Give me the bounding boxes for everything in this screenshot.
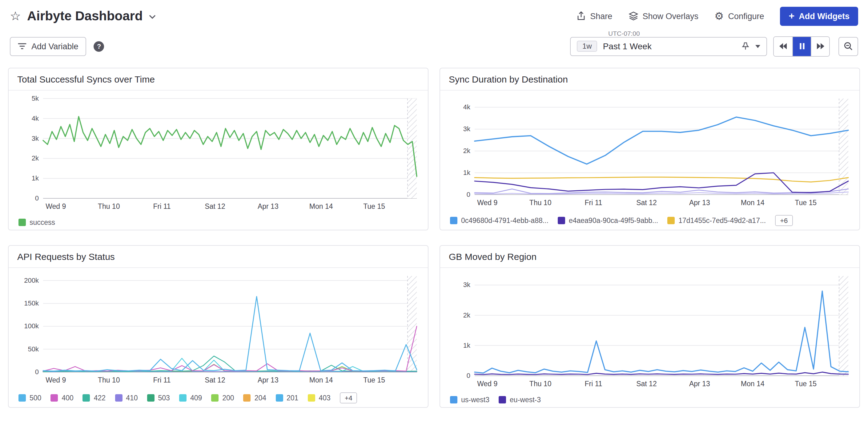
legend-item[interactable]: 0c49680d-4791-4ebb-a88...	[450, 217, 549, 224]
legend-swatch-icon	[115, 394, 122, 402]
svg-text:Apr 13: Apr 13	[258, 202, 279, 210]
favorite-star-icon[interactable]: ☆	[10, 10, 21, 22]
widget-header: API Requests by Status	[9, 246, 428, 268]
widget-gb-moved: GB Moved by Region 01k2k3kWed 9Thu 10Fri…	[439, 245, 860, 408]
svg-text:Fri 11: Fri 11	[585, 380, 602, 388]
time-forward-button[interactable]	[811, 37, 829, 56]
legend-item[interactable]: 201	[276, 394, 298, 402]
legend-label: us-west3	[461, 396, 489, 403]
help-icon[interactable]: ?	[94, 41, 104, 52]
legend-item[interactable]: 200	[211, 394, 234, 402]
svg-text:Wed 9: Wed 9	[477, 199, 497, 207]
zoom-out-button[interactable]	[838, 37, 858, 56]
gear-icon: ⚙	[714, 11, 724, 21]
svg-text:Thu 10: Thu 10	[98, 376, 120, 384]
add-widgets-button[interactable]: + Add Widgets	[780, 6, 858, 26]
add-widgets-label: Add Widgets	[799, 11, 849, 21]
dashboard-app: ☆ Airbyte Dashboard Share	[0, 0, 868, 425]
add-variable-label: Add Variable	[31, 41, 79, 51]
time-range-selector[interactable]: 1w Past 1 Week	[570, 37, 767, 56]
legend-swatch-icon	[147, 394, 155, 402]
svg-text:3k: 3k	[463, 281, 471, 289]
toolbar: Add Variable ? UTC-07:00 1w Past 1 Week	[0, 32, 868, 60]
show-overlays-button[interactable]: Show Overlays	[628, 11, 699, 21]
time-range-caret-icon[interactable]	[755, 44, 760, 48]
svg-text:Thu 10: Thu 10	[529, 199, 552, 207]
line-chart[interactable]: 01k2k3k4k5kWed 9Thu 10Fri 11Sat 12Apr 13…	[15, 93, 422, 216]
legend-item[interactable]: 500	[19, 394, 41, 402]
legend-label: 201	[286, 394, 298, 402]
legend-label: 503	[158, 394, 170, 402]
legend-item[interactable]: 17d1455c-7ed5-49d2-a17...	[667, 217, 766, 224]
legend-more-badge[interactable]: +4	[340, 392, 358, 403]
svg-text:Apr 13: Apr 13	[258, 376, 279, 384]
svg-text:Mon 14: Mon 14	[309, 202, 333, 210]
svg-text:Sat 12: Sat 12	[205, 376, 225, 384]
svg-text:150k: 150k	[24, 299, 39, 307]
svg-text:Tue 15: Tue 15	[363, 376, 385, 384]
svg-text:Tue 15: Tue 15	[795, 199, 816, 207]
svg-text:Tue 15: Tue 15	[795, 380, 816, 388]
widgets-grid: Total Successful Syncs over Time 01k2k3k…	[0, 60, 868, 408]
svg-text:Mon 14: Mon 14	[741, 380, 765, 388]
configure-button[interactable]: ⚙ Configure	[714, 11, 764, 21]
legend-item[interactable]: 409	[179, 394, 202, 402]
svg-text:0: 0	[35, 194, 39, 202]
svg-text:50k: 50k	[28, 345, 39, 353]
line-chart[interactable]: 050k100k150k200kWed 9Thu 10Fri 11Sat 12A…	[15, 270, 422, 389]
legend-more-badge[interactable]: +6	[775, 215, 793, 226]
svg-text:0: 0	[467, 191, 470, 198]
pin-icon[interactable]	[741, 42, 750, 51]
widget-sync-duration: Sync Duration by Destination 01k2k3k4kWe…	[439, 68, 860, 230]
legend-item[interactable]: 503	[147, 394, 170, 402]
title-chevron-down-icon[interactable]	[149, 15, 156, 19]
svg-text:5k: 5k	[32, 95, 39, 102]
widget-header: Sync Duration by Destination	[440, 68, 859, 91]
svg-text:Sat 12: Sat 12	[636, 199, 657, 207]
legend-item[interactable]: us-west3	[450, 396, 489, 403]
svg-text:Fri 11: Fri 11	[153, 376, 171, 384]
legend-swatch-icon	[51, 394, 58, 402]
legend-item[interactable]: eu-west-3	[499, 396, 541, 403]
legend-swatch-icon	[276, 394, 283, 402]
svg-text:4k: 4k	[32, 115, 39, 122]
legend-label: 500	[30, 394, 41, 402]
plus-icon: +	[789, 11, 795, 21]
svg-text:Sat 12: Sat 12	[205, 202, 225, 210]
legend-item[interactable]: 204	[244, 394, 266, 402]
legend-item[interactable]: success	[19, 219, 55, 226]
legend-swatch-icon	[308, 394, 315, 402]
share-button[interactable]: Share	[576, 11, 612, 21]
widget-header: GB Moved by Region	[440, 246, 859, 268]
svg-text:Wed 9: Wed 9	[477, 380, 497, 388]
line-chart[interactable]: 01k2k3k4kWed 9Thu 10Fri 11Sat 12Apr 13Mo…	[446, 93, 853, 212]
legend-item[interactable]: e4aea90a-90ca-49f5-9abb...	[558, 217, 658, 224]
svg-text:0: 0	[35, 368, 39, 376]
svg-text:1k: 1k	[32, 174, 39, 182]
page-title: Airbyte Dashboard	[27, 9, 143, 23]
time-nav-group	[773, 36, 830, 56]
share-label: Share	[590, 11, 612, 21]
legend-item[interactable]: 403	[308, 394, 330, 402]
svg-text:Thu 10: Thu 10	[98, 202, 120, 210]
widget-total-successful-syncs: Total Successful Syncs over Time 01k2k3k…	[8, 68, 429, 230]
svg-text:4k: 4k	[463, 103, 471, 111]
top-bar: ☆ Airbyte Dashboard Share	[0, 0, 868, 32]
legend-label: 410	[126, 394, 137, 402]
svg-text:1k: 1k	[463, 169, 471, 177]
time-pause-button[interactable]	[792, 37, 811, 56]
svg-text:Thu 10: Thu 10	[529, 380, 552, 388]
add-variable-button[interactable]: Add Variable	[10, 37, 87, 56]
toolbar-left: Add Variable ?	[10, 37, 104, 56]
legend-item[interactable]: 422	[83, 394, 105, 402]
widget-title: GB Moved by Region	[449, 251, 536, 262]
legend-swatch-icon	[19, 394, 26, 402]
svg-text:Fri 11: Fri 11	[153, 202, 171, 210]
legend-item[interactable]: 400	[51, 394, 73, 402]
svg-text:1k: 1k	[463, 341, 471, 349]
legend-item[interactable]: 410	[115, 394, 137, 402]
line-chart[interactable]: 01k2k3kWed 9Thu 10Fri 11Sat 12Apr 13Mon …	[446, 270, 853, 393]
time-backward-button[interactable]	[774, 37, 792, 56]
chart-legend: 500400422410503409200204201403+4	[9, 389, 428, 408]
configure-label: Configure	[728, 11, 764, 21]
